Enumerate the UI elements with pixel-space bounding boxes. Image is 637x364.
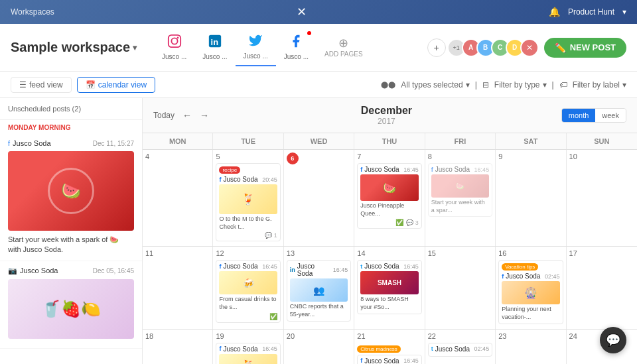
event-22-name: Jusco Soda (435, 345, 470, 353)
calendar-view-button[interactable]: 📅 calendar view (77, 77, 155, 93)
event-12-1[interactable]: f Jusco Soda 16:45 🍻 From casual drinks … (216, 260, 280, 322)
event-16-1[interactable]: Vacation tips f Jusco Soda 02:45 🎡 Plann… (498, 260, 563, 324)
cal-cell-18[interactable]: 18 (143, 330, 213, 364)
date-18: 18 (145, 332, 210, 340)
month-view-button[interactable]: month (562, 109, 596, 122)
page-item-facebook[interactable]: Jusco ... (276, 29, 317, 66)
vacation-badge: Vacation tips (502, 263, 538, 271)
prev-month-button[interactable]: ← (180, 109, 194, 122)
event-5-1[interactable]: recipe f Jusco Soda 20:45 🍹 O to the M t… (216, 163, 280, 241)
event-13-name: Jusco Soda (297, 263, 331, 277)
cal-cell-7[interactable]: 7 f Jusco Soda 16:45 🍉 Jusco Pineapple Q… (354, 150, 425, 246)
event-13-1[interactable]: in Jusco Soda 16:45 👥 CNBC reports that … (287, 260, 351, 321)
post-1-source: f Jusco Soda (8, 139, 51, 147)
calendar-month: December (217, 105, 556, 117)
month-week-toggle: month week (561, 108, 626, 123)
product-hunt-chevron-icon: ▾ (622, 7, 626, 17)
facebook-page-label: Jusco ... (284, 53, 309, 60)
cal-cell-11[interactable]: 11 (143, 247, 213, 328)
date-10: 10 (569, 152, 634, 160)
add-collaborator-button[interactable]: + (427, 38, 446, 57)
cal-cell-13[interactable]: 13 in Jusco Soda 16:45 👥 CNBC reports th… (284, 247, 354, 328)
app-logo: ✕ (297, 5, 307, 19)
feed-icon: ☰ (19, 80, 27, 90)
next-month-button[interactable]: → (197, 109, 212, 122)
filter-by-label[interactable]: Filter by label ▾ (573, 80, 626, 90)
cal-cell-8[interactable]: 8 f Jusco Soda 16:45 🍉 Start your week w… (425, 150, 496, 246)
facebook-notification-dot (307, 31, 311, 35)
day-header-thu: THU (354, 133, 425, 149)
cal-cell-14[interactable]: 14 t Jusco Soda 16:45 SMASH 8 ways to SM… (354, 247, 425, 328)
event-14-time: 16:45 (403, 263, 419, 270)
cal-cell-12[interactable]: 12 f Jusco Soda 16:45 🍻 From casual drin… (213, 247, 283, 328)
event-12-image: 🍻 (219, 271, 277, 294)
event-22-1[interactable]: t Jusco Soda 02:45 (428, 343, 492, 357)
event-14-name: Jusco Soda (364, 263, 399, 270)
sidebar-post-2[interactable]: 📷 Jusco Soda Dec 05, 16:45 🥤🍓🍋 (0, 261, 142, 349)
feed-view-button[interactable]: ☰ feed view (11, 77, 72, 93)
event-16-name: Jusco Soda (506, 273, 540, 280)
label-icon: 🏷 (559, 80, 567, 90)
page-item-linkedin[interactable]: in Jusco ... (194, 29, 235, 66)
cal-cell-21[interactable]: 21 Citrus madness f Jusco Soda 16:45 #TG… (354, 330, 425, 364)
new-post-button[interactable]: ✏️ NEW POST (544, 38, 626, 58)
cal-cell-6[interactable]: 6 (284, 150, 354, 246)
add-pages-button[interactable]: ⊕ ADD PAGES (317, 30, 371, 63)
cal-cell-19[interactable]: 19 f Jusco Soda 16:45 🍹 (213, 330, 283, 364)
event-19-1[interactable]: f Jusco Soda 16:45 🍹 (216, 343, 280, 364)
date-15: 15 (428, 249, 492, 257)
cal-cell-5[interactable]: 5 recipe f Jusco Soda 20:45 🍹 O to the M… (213, 150, 283, 246)
workspaces-link[interactable]: Workspaces (11, 7, 54, 17)
event-16-caption: Planning your next vacation-... (502, 306, 559, 321)
chat-bubble-button[interactable]: 💬 (600, 327, 626, 353)
date-13: 13 (287, 249, 351, 257)
calendar-week-1: 4 5 recipe f Jusco Soda 20:45 🍹 O to the… (143, 150, 637, 247)
cal-cell-9[interactable]: 9 (496, 150, 566, 246)
day-label: Monday morning (0, 120, 142, 134)
all-types-filter[interactable]: All types selected ▾ (401, 80, 469, 90)
event-7-1[interactable]: f Jusco Soda 16:45 🍉 Jusco Pineapple Que… (357, 163, 421, 229)
twitter-page-label: Jusco ... (244, 52, 268, 60)
cal-cell-4[interactable]: 4 (143, 150, 213, 246)
event-21-header: f Jusco Soda 16:45 (360, 357, 418, 364)
cal-cell-15[interactable]: 15 (425, 247, 496, 328)
event-14-1[interactable]: t Jusco Soda 16:45 SMASH 8 ways to SMASH… (357, 260, 421, 314)
top-nav-right: 🔔 Product Hunt ▾ (549, 7, 626, 17)
fb-icon: f (219, 176, 221, 183)
event-8-name: Jusco Soda (435, 166, 470, 173)
event-12-header: f Jusco Soda 16:45 (219, 263, 277, 270)
page-item-twitter[interactable]: Jusco ... (236, 28, 276, 66)
cal-cell-16[interactable]: 16 Vacation tips f Jusco Soda 02:45 🎡 Pl… (496, 247, 566, 328)
date-8: 8 (428, 152, 492, 160)
week-view-button[interactable]: week (595, 109, 626, 122)
cal-cell-10[interactable]: 10 (567, 150, 637, 246)
product-hunt-label[interactable]: Product Hunt (568, 7, 614, 17)
main-content: Unscheduled posts (2) Monday morning f J… (0, 98, 637, 364)
day-header-wed: WED (284, 133, 354, 149)
svg-text:in: in (210, 36, 218, 46)
linkedin-page-label: Jusco ... (202, 53, 227, 60)
svg-point-1 (171, 38, 177, 44)
cal-cell-20[interactable]: 20 (284, 330, 354, 364)
workspace-title[interactable]: Sample workspace ▾ (11, 40, 143, 55)
filter-divider-2: | (552, 80, 554, 90)
event-21-1[interactable]: f Jusco Soda 16:45 #TGIF (357, 355, 421, 364)
today-button[interactable]: Today (153, 111, 175, 120)
cal-cell-22[interactable]: 22 t Jusco Soda 02:45 (425, 330, 496, 364)
page-item-instagram[interactable]: Jusco ... (154, 29, 194, 66)
notification-bell-icon[interactable]: 🔔 (549, 7, 560, 17)
event-8-1[interactable]: f Jusco Soda 16:45 🍉 Start your week wit… (428, 163, 492, 217)
post-1-time: Dec 11, 15:27 (93, 140, 134, 147)
event-7-header: f Jusco Soda 16:45 (360, 166, 418, 173)
view-bar: ☰ feed view 📅 calendar view ⬤⬤ All types… (0, 72, 637, 98)
event-image-drinks: 🍹 (219, 184, 277, 214)
filter-by-type[interactable]: Filter by type ▾ (494, 80, 547, 90)
cal-cell-23[interactable]: 23 (496, 330, 566, 364)
date-14: 14 (357, 249, 421, 257)
all-types-label: All types selected (401, 80, 462, 90)
date-6-badge: 6 (287, 152, 299, 164)
sidebar-post-1[interactable]: f Jusco Soda Dec 11, 15:27 🍉 Start your … (0, 134, 142, 261)
cal-cell-17[interactable]: 17 (567, 247, 637, 328)
calendar-arrows: ← → (180, 109, 212, 122)
tw-icon-14: t (360, 263, 362, 270)
